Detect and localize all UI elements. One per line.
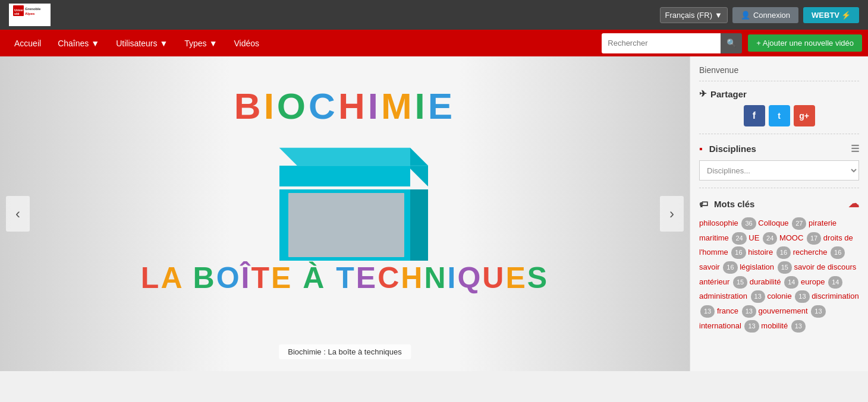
tag-item[interactable]: colonie 13 <box>767 292 809 300</box>
tag-link: savoir <box>699 262 720 271</box>
tag-link: histoire <box>748 248 773 257</box>
tag-link: MOOC <box>779 233 803 242</box>
share-icon: ✈ <box>699 88 707 99</box>
carousel-area: ‹ BIOCHIMIE <box>0 56 690 371</box>
tag-link: législation <box>740 262 774 271</box>
tag-link: UE <box>749 233 759 242</box>
share-section: ✈ Partager f t g+ <box>699 88 859 134</box>
tag-item[interactable]: MOOC 17 <box>779 233 821 242</box>
webtv-label: WEBTV <box>812 11 839 20</box>
tag-count: 16 <box>776 246 791 259</box>
university-logo: Univer sité Grenoble Alpes <box>9 4 51 26</box>
svg-rect-7 <box>279 166 410 186</box>
chevron-down-icon: ▼ <box>91 39 99 48</box>
tag-item[interactable]: durabilité 14 <box>750 277 799 286</box>
nav-types[interactable]: Types ▼ <box>176 30 225 56</box>
language-selector[interactable]: Français (FR) ▼ <box>660 7 728 23</box>
share-facebook-button[interactable]: f <box>744 105 765 126</box>
tag-icon: 🏷 <box>699 199 708 209</box>
svg-marker-10 <box>410 189 428 261</box>
top-bar: Univer sité Grenoble Alpes Français (FR)… <box>0 0 868 30</box>
tag-count: 16 <box>723 261 737 274</box>
webtv-button[interactable]: WEBTV ⚡ <box>803 7 859 23</box>
share-section-title: ✈ Partager <box>699 88 859 99</box>
tag-count: 13 <box>791 320 806 333</box>
top-right-controls: Français (FR) ▼ 👤 Connexion WEBTV ⚡ <box>660 7 859 23</box>
tag-count: 15 <box>733 276 747 289</box>
lang-label: Français (FR) <box>665 11 712 20</box>
svg-text:Alpes: Alpes <box>25 12 35 15</box>
tag-link: Colloque <box>758 219 788 227</box>
share-googleplus-button[interactable]: g+ <box>794 105 815 126</box>
tag-count: 16 <box>731 246 746 259</box>
user-icon: 👤 <box>741 11 750 20</box>
tag-count: 13 <box>811 305 825 318</box>
tag-link: discrimination <box>812 292 858 300</box>
tag-count: 14 <box>784 276 798 289</box>
mots-cles-section-title: 🏷 Mots clés ☁ <box>699 197 859 210</box>
tag-item[interactable]: europe 14 <box>801 277 842 286</box>
search-icon: 🔍 <box>727 39 737 48</box>
nav-chaines[interactable]: Chaînes ▼ <box>49 30 108 56</box>
main-content: ‹ BIOCHIMIE <box>0 56 868 371</box>
svg-rect-12 <box>288 193 404 257</box>
tag-count: 36 <box>741 217 756 230</box>
tag-item[interactable]: gouvernement 13 <box>759 306 826 315</box>
tag-count: 14 <box>828 276 842 289</box>
tag-count: 13 <box>751 290 765 303</box>
tag-item[interactable]: Colloque 27 <box>758 219 806 227</box>
tag-link: recherche <box>793 248 828 257</box>
logo-area: Univer sité Grenoble Alpes <box>9 4 51 26</box>
tag-item[interactable]: france 13 <box>717 306 756 315</box>
tag-count: 13 <box>744 320 759 333</box>
tag-link: philosophie <box>699 219 738 227</box>
tag-item[interactable]: UE 24 <box>749 233 777 242</box>
tag-link: europe <box>801 277 825 286</box>
carousel-next-button[interactable]: › <box>660 196 684 232</box>
disciplines-section-title: ▪ Disciplines ☰ <box>699 143 859 154</box>
tag-item[interactable]: administration 13 <box>699 292 765 300</box>
svg-text:Grenoble: Grenoble <box>25 7 41 11</box>
svg-text:sité: sité <box>14 12 20 15</box>
search-input[interactable] <box>602 33 721 53</box>
tag-link: france <box>717 306 738 315</box>
tag-link: administration <box>699 292 747 300</box>
tag-item[interactable]: savoir 16 <box>699 262 738 271</box>
slide-subtitle: LA BOÎTE À TECHNIQUES <box>141 261 549 295</box>
tag-item[interactable]: législation 15 <box>740 262 792 271</box>
slide-title: BIOCHIMIE <box>234 85 455 127</box>
nav-accueil[interactable]: Accueil <box>6 30 49 56</box>
svg-marker-8 <box>410 148 428 186</box>
list-icon: ☰ <box>851 143 859 154</box>
tag-link: mobilité <box>761 321 788 330</box>
disciplines-select[interactable]: Disciplines... <box>699 160 859 181</box>
search-area: 🔍 <box>602 33 742 53</box>
tag-count: 15 <box>778 261 792 274</box>
tag-count: 13 <box>700 305 715 318</box>
tag-count: 24 <box>763 232 777 245</box>
tag-count: 16 <box>831 246 845 259</box>
connexion-button[interactable]: 👤 Connexion <box>732 7 798 23</box>
tag-item[interactable]: mobilité 13 <box>761 321 806 330</box>
share-twitter-button[interactable]: t <box>769 105 790 126</box>
tag-count: 17 <box>807 232 821 245</box>
biochimie-box-illustration <box>244 136 446 267</box>
tag-link: international <box>699 321 741 330</box>
search-button[interactable]: 🔍 <box>721 33 742 53</box>
svg-marker-6 <box>279 148 428 166</box>
tag-count: 24 <box>732 232 746 245</box>
carousel-prev-button[interactable]: ‹ <box>6 196 30 232</box>
tag-item[interactable]: international 13 <box>699 321 759 330</box>
disciplines-icon: ▪ <box>699 144 703 154</box>
tag-item[interactable]: recherche 16 <box>793 248 845 257</box>
chevron-down-icon: ▼ <box>209 39 218 48</box>
mots-cles-area: philosophie 36 Colloque 27 piraterie mar… <box>699 216 859 334</box>
nav-utilisateurs[interactable]: Utilisateurs ▼ <box>108 30 176 56</box>
cloud-icon: ☁ <box>848 197 859 210</box>
nav-videos[interactable]: Vidéos <box>225 30 268 56</box>
add-video-button[interactable]: + Ajouter une nouvelle vidéo <box>748 34 862 52</box>
tag-item[interactable]: histoire 16 <box>748 248 791 257</box>
tag-item[interactable]: philosophie 36 <box>699 219 756 227</box>
disciplines-section: ▪ Disciplines ☰ Disciplines... <box>699 143 859 188</box>
tag-count: 27 <box>792 217 806 230</box>
